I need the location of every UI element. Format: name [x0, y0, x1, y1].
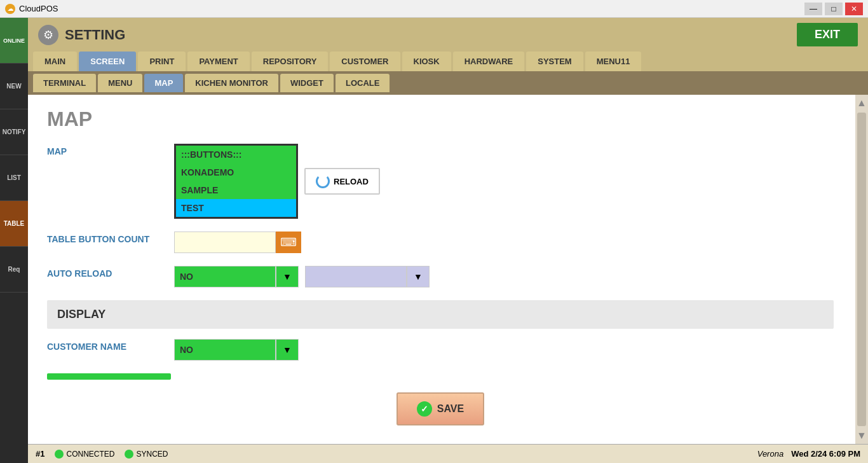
- sidebar-item-table[interactable]: TABLE: [0, 201, 28, 247]
- partial-bar: [47, 373, 171, 380]
- statusbar: #1 CONNECTED SYNCED Verona Wed 2/24 6:09…: [28, 444, 868, 463]
- reload-icon: [316, 174, 330, 188]
- statusbar-right: Verona Wed 2/24 6:09 PM: [757, 449, 860, 459]
- save-area: ✓ SAVE: [47, 392, 834, 425]
- setting-title: SETTING: [65, 27, 125, 43]
- username-label: Verona: [757, 449, 783, 459]
- sidebar-label-online: ONLINE: [3, 38, 25, 44]
- tab-kichen-monitor[interactable]: KICHEN MONITOR: [185, 74, 278, 92]
- tab-repository[interactable]: REPOSITORY: [252, 52, 329, 71]
- auto-reload-dropdown2[interactable]: ▼: [305, 266, 430, 287]
- auto-reload-arrow2[interactable]: ▼: [407, 266, 430, 287]
- map-row: MAP :::BUTTONS::: KONADEMO SAMPLE TEST R…: [47, 144, 834, 219]
- maximize-button[interactable]: □: [825, 3, 843, 15]
- status-number: #1: [36, 449, 44, 459]
- close-button[interactable]: ✕: [845, 3, 863, 15]
- scroll-up-icon[interactable]: ▲: [854, 95, 868, 111]
- tab-kiosk[interactable]: KIOSK: [402, 52, 451, 71]
- list-item-sample[interactable]: SAMPLE: [176, 181, 296, 199]
- auto-reload-value2: [305, 266, 407, 287]
- tab-customer[interactable]: CUSTOMER: [330, 52, 400, 71]
- table-button-count-label: TABLE BUTTON COUNT: [47, 232, 174, 244]
- reload-button[interactable]: RELOAD: [304, 168, 380, 195]
- main-content: ▲ ▼ MAP MAP :::BUTTONS::: KONADEMO SAMPL…: [28, 95, 868, 444]
- display-section-header: DISPLAY: [47, 300, 834, 329]
- tab-locale[interactable]: LOCALE: [336, 74, 390, 92]
- scrollbar[interactable]: ▲ ▼: [855, 95, 868, 444]
- connected-dot-icon: [55, 450, 64, 459]
- customer-name-label: CUSTOMER NAME: [47, 339, 174, 352]
- save-checkmark-icon: ✓: [417, 401, 432, 417]
- datetime-label: Wed 2/24 6:09 PM: [791, 449, 860, 459]
- tab-screen[interactable]: SCREEN: [79, 52, 136, 71]
- tab-widget[interactable]: WIDGET: [280, 74, 334, 92]
- sidebar-label-list: LIST: [7, 174, 21, 181]
- customer-name-row: CUSTOMER NAME NO ▼: [47, 339, 834, 361]
- auto-reload-dropdown[interactable]: NO ▼: [174, 266, 299, 287]
- list-item-konademo[interactable]: KONADEMO: [176, 163, 296, 181]
- synced-label: SYNCED: [136, 450, 168, 459]
- tab-print[interactable]: PRINT: [138, 52, 186, 71]
- minimize-button[interactable]: —: [804, 3, 822, 15]
- scroll-down-icon[interactable]: ▼: [854, 427, 868, 444]
- tab-menu[interactable]: MENU: [98, 74, 142, 92]
- app-body: ONLINE NEW NOTIFY LIST TABLE Req ⚙ SETTI…: [0, 18, 868, 463]
- exit-button[interactable]: EXIT: [797, 23, 858, 46]
- auto-reload-row: AUTO RELOAD NO ▼ ▼: [47, 266, 834, 287]
- map-label: MAP: [47, 144, 174, 156]
- header: ⚙ SETTING EXIT: [28, 18, 868, 52]
- save-label: SAVE: [437, 403, 464, 415]
- customer-name-arrow[interactable]: ▼: [276, 339, 299, 361]
- auto-reload-label: AUTO RELOAD: [47, 266, 174, 279]
- input-with-keyboard: ⌨: [174, 232, 301, 253]
- top-nav: MAIN SCREEN PRINT PAYMENT REPOSITORY CUS…: [28, 52, 868, 71]
- sidebar-item-notify[interactable]: NOTIFY: [0, 109, 28, 155]
- sidebar-item-req[interactable]: Req: [0, 247, 28, 293]
- tab-payment[interactable]: PAYMENT: [187, 52, 249, 71]
- table-button-count-input[interactable]: [174, 232, 276, 253]
- connected-status: CONNECTED: [55, 450, 114, 459]
- tab-hardware[interactable]: HARDWARE: [453, 52, 525, 71]
- table-button-count-control: ⌨: [174, 232, 301, 253]
- sidebar: ONLINE NEW NOTIFY LIST TABLE Req: [0, 18, 28, 463]
- app-icon: ☁: [5, 4, 15, 14]
- sidebar-item-new[interactable]: NEW: [0, 64, 28, 109]
- save-button[interactable]: ✓ SAVE: [397, 392, 484, 425]
- tab-menu11[interactable]: MENU11: [585, 52, 642, 71]
- tab-system[interactable]: SYSTEM: [526, 52, 583, 71]
- map-listbox[interactable]: :::BUTTONS::: KONADEMO SAMPLE TEST: [174, 144, 298, 219]
- app-title: CloudPOS: [19, 4, 58, 13]
- tab-map[interactable]: MAP: [144, 74, 183, 92]
- table-button-count-row: TABLE BUTTON COUNT ⌨: [47, 232, 834, 253]
- auto-reload-control: NO ▼ ▼: [174, 266, 430, 287]
- sidebar-item-list[interactable]: LIST: [0, 155, 28, 201]
- sidebar-label-notify: NOTIFY: [3, 128, 26, 135]
- sidebar-label-req: Req: [8, 266, 20, 273]
- scroll-thumb[interactable]: [857, 113, 866, 426]
- synced-status: SYNCED: [125, 450, 168, 459]
- customer-name-control: NO ▼: [174, 339, 299, 361]
- reload-label: RELOAD: [334, 177, 369, 186]
- second-nav: TERMINAL MENU MAP KICHEN MONITOR WIDGET …: [28, 71, 868, 95]
- titlebar: ☁ CloudPOS — □ ✕: [0, 0, 868, 18]
- header-left: ⚙ SETTING: [38, 25, 125, 45]
- connected-label: CONNECTED: [66, 450, 114, 459]
- synced-dot-icon: [125, 450, 133, 459]
- sidebar-item-online: ONLINE: [0, 18, 28, 64]
- list-item-test[interactable]: TEST: [176, 199, 296, 217]
- customer-name-value: NO: [174, 339, 276, 361]
- gear-icon: ⚙: [38, 25, 58, 45]
- list-item-buttons[interactable]: :::BUTTONS:::: [176, 146, 296, 163]
- sidebar-label-table: TABLE: [4, 220, 25, 227]
- keyboard-button[interactable]: ⌨: [276, 232, 301, 253]
- sidebar-label-new: NEW: [6, 83, 21, 90]
- auto-reload-value: NO: [174, 266, 276, 287]
- tab-terminal[interactable]: TERMINAL: [33, 74, 96, 92]
- auto-reload-arrow[interactable]: ▼: [276, 266, 299, 287]
- content-area: ⚙ SETTING EXIT MAIN SCREEN PRINT PAYMENT…: [28, 18, 868, 463]
- tab-main[interactable]: MAIN: [33, 52, 77, 71]
- customer-name-dropdown[interactable]: NO ▼: [174, 339, 299, 361]
- map-form-control: :::BUTTONS::: KONADEMO SAMPLE TEST RELOA…: [174, 144, 380, 219]
- titlebar-controls[interactable]: — □ ✕: [804, 3, 863, 15]
- statusbar-left: #1 CONNECTED SYNCED: [36, 449, 168, 459]
